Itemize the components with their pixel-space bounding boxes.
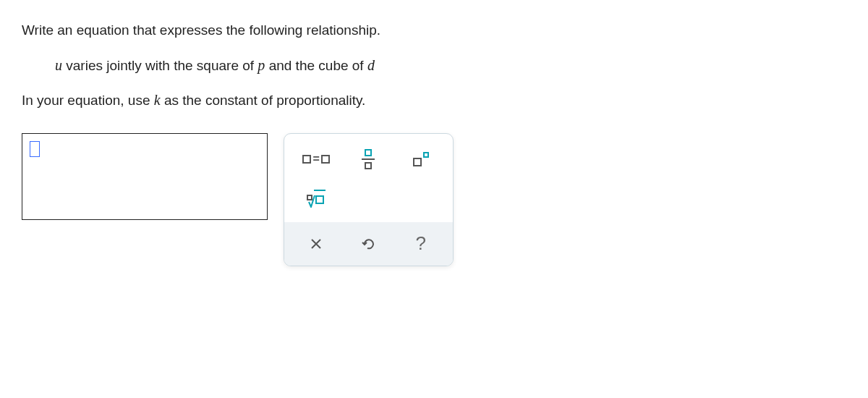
question-line-1: Write an equation that expresses the fol… bbox=[22, 20, 846, 41]
variable-d: d bbox=[367, 57, 375, 73]
box-icon bbox=[413, 158, 422, 166]
exponent-icon bbox=[413, 152, 429, 166]
line3-part2: as the constant of proportionality. bbox=[161, 93, 366, 108]
input-cursor-icon bbox=[30, 141, 40, 157]
line2-part1: varies jointly with the square of bbox=[62, 58, 258, 73]
help-button[interactable]: ? bbox=[395, 228, 447, 260]
line2-part2: and the cube of bbox=[265, 58, 367, 73]
variable-p: p bbox=[258, 57, 265, 73]
fraction-button[interactable] bbox=[342, 141, 394, 177]
fraction-icon bbox=[362, 149, 375, 169]
empty-tool-slot bbox=[395, 182, 447, 218]
variable-k: k bbox=[154, 92, 161, 108]
tool-grid: = bbox=[284, 134, 453, 222]
radical-line-icon bbox=[308, 195, 315, 208]
toolbox-action-row: ? bbox=[284, 222, 453, 266]
equals-icon: = bbox=[312, 153, 319, 166]
clear-button[interactable] bbox=[290, 228, 342, 260]
box-icon bbox=[315, 195, 324, 204]
root-icon bbox=[307, 192, 326, 208]
box-icon bbox=[321, 155, 330, 164]
radicand-box bbox=[314, 190, 326, 207]
exponent-button[interactable] bbox=[395, 141, 447, 177]
undo-button[interactable] bbox=[342, 228, 394, 260]
box-icon bbox=[302, 155, 311, 164]
math-toolbox: = bbox=[284, 133, 454, 266]
box-icon bbox=[423, 152, 429, 158]
box-icon bbox=[365, 149, 372, 156]
close-icon bbox=[310, 237, 323, 250]
variable-u: u bbox=[55, 57, 62, 73]
question-block: Write an equation that expresses the fol… bbox=[22, 20, 846, 111]
radical-icon bbox=[314, 192, 326, 208]
question-mark-icon: ? bbox=[416, 232, 426, 255]
answer-row: = bbox=[22, 133, 846, 266]
undo-icon bbox=[360, 236, 376, 252]
equation-template-button[interactable]: = bbox=[290, 141, 342, 177]
equation-input[interactable] bbox=[22, 133, 268, 220]
empty-tool-slot bbox=[342, 182, 394, 218]
nth-root-button[interactable] bbox=[290, 182, 342, 218]
box-icon bbox=[365, 162, 372, 169]
line3-part1: In your equation, use bbox=[22, 93, 154, 108]
question-line-3: In your equation, use k as the constant … bbox=[22, 89, 846, 111]
fraction-bar-icon bbox=[362, 158, 375, 160]
question-line-2: u varies jointly with the square of p an… bbox=[22, 54, 846, 77]
